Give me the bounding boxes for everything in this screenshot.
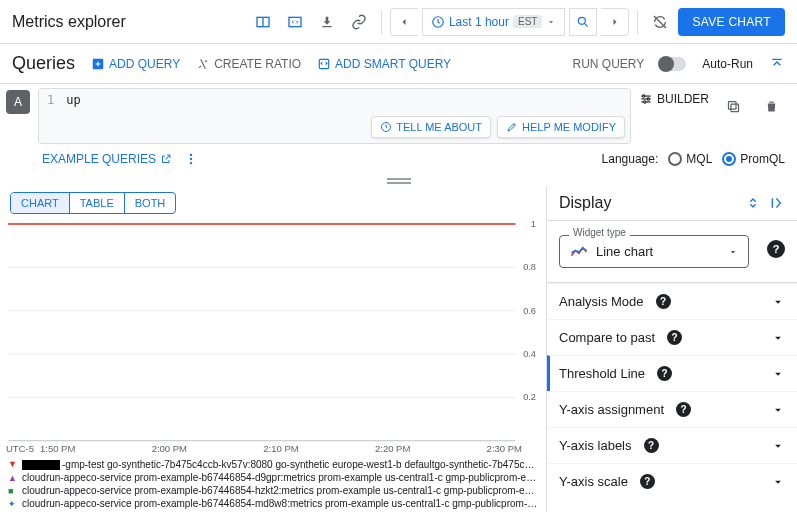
radio-icon — [722, 152, 736, 166]
divider — [381, 10, 382, 34]
chevron-down-icon — [771, 295, 785, 309]
chart-legend: ▼-gmp-test go-synthetic-7b475c4ccb-kv57v… — [0, 456, 546, 512]
svg-text:1: 1 — [531, 220, 536, 229]
tz-badge: EST — [513, 15, 542, 28]
time-next-button[interactable] — [601, 8, 629, 36]
drag-handle[interactable] — [0, 176, 797, 186]
svg-rect-2 — [289, 17, 301, 26]
svg-line-5 — [585, 23, 588, 26]
time-search-button[interactable] — [569, 8, 597, 36]
magic-pen-icon — [506, 121, 518, 133]
link-icon[interactable] — [345, 8, 373, 36]
svg-point-18 — [190, 158, 192, 160]
delete-query-button[interactable] — [757, 92, 785, 120]
duplicate-query-button[interactable] — [719, 92, 747, 120]
add-smart-query-button[interactable]: ADD SMART QUERY — [317, 57, 451, 71]
queries-title: Queries — [12, 53, 75, 74]
svg-rect-7 — [319, 59, 328, 68]
promql-radio[interactable]: PromQL — [722, 152, 785, 166]
svg-rect-15 — [731, 104, 739, 112]
time-range-picker[interactable]: Last 1 hour EST — [422, 8, 566, 36]
svg-text:0.4: 0.4 — [523, 349, 536, 359]
section-threshold-line[interactable]: Threshold Line? — [547, 355, 797, 391]
query-bar: Queries ADD QUERY CREATE RATIO ADD SMART… — [0, 44, 797, 84]
divider — [637, 10, 638, 34]
display-sections: Analysis Mode?Compare to past?Threshold … — [547, 282, 797, 499]
time-range-text: Last 1 hour — [449, 15, 509, 29]
run-query-button[interactable]: RUN QUERY — [573, 57, 645, 71]
section-y-axis-scale[interactable]: Y-axis scale? — [547, 463, 797, 499]
add-query-button[interactable]: ADD QUERY — [91, 57, 180, 71]
svg-text:0.6: 0.6 — [523, 306, 536, 316]
example-queries-link[interactable]: EXAMPLE QUERIES — [42, 152, 172, 166]
svg-point-12 — [642, 95, 644, 97]
line-number: 1 — [47, 93, 66, 139]
help-icon[interactable]: ? — [667, 330, 682, 345]
section-compare-to-past[interactable]: Compare to past? — [547, 319, 797, 355]
x-axis-tick: 2:20 PM — [375, 443, 410, 454]
display-panel: Display Widget type Line chart ? Analysi… — [547, 186, 797, 512]
svg-rect-20 — [387, 178, 411, 180]
columns-icon[interactable] — [249, 8, 277, 36]
time-prev-button[interactable] — [390, 8, 418, 36]
section-y-axis-labels[interactable]: Y-axis labels? — [547, 427, 797, 463]
tell-me-about-button[interactable]: TELL ME ABOUT — [371, 116, 491, 138]
auto-run-toggle[interactable] — [660, 57, 686, 71]
help-icon[interactable]: ? — [767, 240, 785, 258]
save-chart-button[interactable]: SAVE CHART — [678, 8, 785, 36]
language-label: Language: — [602, 152, 659, 166]
dropdown-caret-icon — [728, 247, 738, 257]
widget-type-select[interactable]: Line chart — [559, 235, 749, 268]
display-title: Display — [559, 194, 611, 212]
legend-item[interactable]: ✦cloudrun-appeco-service prom-example-b6… — [8, 497, 538, 510]
svg-rect-16 — [728, 101, 736, 109]
create-ratio-button[interactable]: CREATE RATIO — [196, 57, 301, 71]
mql-radio[interactable]: MQL — [668, 152, 712, 166]
svg-point-19 — [190, 162, 192, 164]
query-menu-button[interactable] — [184, 152, 198, 166]
expand-panel-icon[interactable] — [769, 195, 785, 211]
code-icon[interactable] — [281, 8, 309, 36]
help-icon[interactable]: ? — [657, 366, 672, 381]
query-editor-row: A 1 up TELL ME ABOUT HELP ME MODIFY BUIL… — [0, 84, 797, 148]
query-letter-badge: A — [6, 90, 30, 114]
query-text: up — [66, 93, 80, 139]
example-queries-row: EXAMPLE QUERIES Language: MQL PromQL — [0, 148, 797, 176]
svg-point-4 — [579, 17, 586, 24]
tab-table[interactable]: TABLE — [70, 193, 125, 213]
help-icon[interactable]: ? — [640, 474, 655, 489]
x-axis-tick: 1:50 PM — [40, 443, 75, 454]
x-axis-tick: 2:10 PM — [263, 443, 298, 454]
collapse-queries-button[interactable] — [769, 56, 785, 72]
legend-item[interactable]: ■cloudrun-appeco-service prom-example-b6… — [8, 484, 538, 497]
line-chart-icon — [570, 245, 588, 259]
tab-chart[interactable]: CHART — [11, 193, 70, 213]
section-y-axis-assignment[interactable]: Y-axis assignment? — [547, 391, 797, 427]
help-icon[interactable]: ? — [676, 402, 691, 417]
auto-run-label: Auto-Run — [702, 57, 753, 71]
retry-disabled-icon[interactable] — [646, 8, 674, 36]
visualization-tabs: CHART TABLE BOTH — [10, 192, 176, 214]
section-analysis-mode[interactable]: Analysis Mode? — [547, 283, 797, 319]
reorder-icon[interactable] — [745, 195, 761, 211]
chevron-down-icon — [771, 439, 785, 453]
help-icon[interactable]: ? — [644, 438, 659, 453]
svg-point-13 — [647, 98, 649, 100]
legend-item[interactable]: ▼-gmp-test go-synthetic-7b475c4ccb-kv57v… — [8, 458, 538, 471]
builder-button[interactable]: BUILDER — [639, 92, 709, 106]
chart-area: CHART TABLE BOTH 0.20.40.60.81 UTC-5 1:5… — [0, 186, 547, 512]
x-axis-labels: 1:50 PM2:00 PM2:10 PM2:20 PM2:30 PM — [34, 443, 546, 456]
svg-point-17 — [190, 154, 192, 156]
smart-query-icon — [317, 57, 331, 71]
download-icon[interactable] — [313, 8, 341, 36]
plus-box-icon — [91, 57, 105, 71]
external-link-icon — [160, 153, 172, 165]
help-icon[interactable]: ? — [656, 294, 671, 309]
tab-both[interactable]: BOTH — [125, 193, 176, 213]
main-content: CHART TABLE BOTH 0.20.40.60.81 UTC-5 1:5… — [0, 186, 797, 512]
help-me-modify-button[interactable]: HELP ME MODIFY — [497, 116, 625, 138]
widget-type-label: Widget type — [569, 227, 630, 238]
legend-item[interactable]: ▲cloudrun-appeco-service prom-example-b6… — [8, 471, 538, 484]
dropdown-caret-icon — [546, 17, 556, 27]
chevron-down-icon — [771, 367, 785, 381]
